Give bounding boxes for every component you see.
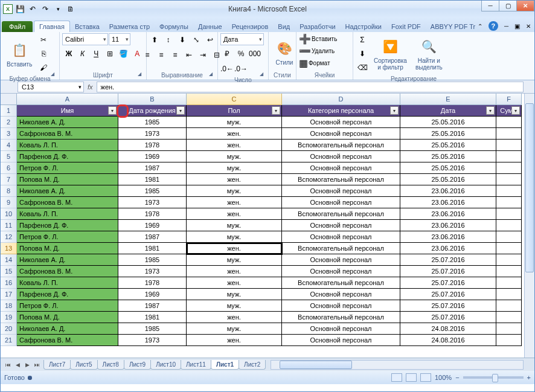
row-header[interactable]: 20 bbox=[1, 323, 17, 335]
cell[interactable]: Попова М. Д. bbox=[17, 243, 118, 254]
cell[interactable] bbox=[496, 312, 522, 323]
cell[interactable]: 1985 bbox=[118, 323, 187, 335]
cell[interactable]: Петров Ф. Л. bbox=[17, 162, 118, 174]
sheet-tab[interactable]: Лист2 bbox=[239, 360, 266, 370]
cell[interactable]: Основной персонал bbox=[282, 220, 400, 231]
tab-home[interactable]: Главная bbox=[34, 21, 70, 32]
minimize-button[interactable]: ─ bbox=[481, 1, 499, 11]
sheet-tab[interactable]: Лист7 bbox=[43, 360, 71, 370]
cell[interactable]: 1969 bbox=[118, 289, 187, 300]
cell[interactable]: 1987 bbox=[118, 162, 187, 174]
cell[interactable]: жен. bbox=[187, 140, 282, 151]
percent-icon[interactable]: % bbox=[234, 47, 248, 60]
page-layout-view-icon[interactable] bbox=[406, 373, 417, 382]
row-header[interactable]: 9 bbox=[1, 197, 17, 208]
cell[interactable]: Основной персонал bbox=[282, 323, 400, 335]
select-all-corner[interactable] bbox=[1, 94, 17, 105]
cell[interactable]: Парфенов Д. Ф. bbox=[17, 151, 118, 162]
cell[interactable]: Основной персонал bbox=[282, 128, 400, 140]
italic-icon[interactable]: К bbox=[76, 47, 89, 60]
tab-layout[interactable]: Разметка стр bbox=[104, 21, 155, 32]
row-header[interactable]: 8 bbox=[1, 185, 17, 197]
worksheet-grid[interactable]: ABCDEF 123456789101112131415161718192021… bbox=[1, 94, 534, 358]
align-top-icon[interactable]: ⬆ bbox=[148, 33, 161, 47]
tab-addins[interactable]: Надстройки bbox=[341, 21, 386, 32]
row-header[interactable]: 15 bbox=[1, 266, 17, 277]
cell[interactable]: 1973 bbox=[118, 266, 187, 277]
cell[interactable]: Вспомогательный персонал bbox=[282, 277, 400, 289]
tab-view[interactable]: Вид bbox=[273, 21, 295, 32]
dialog-launcher-icon[interactable]: ◢ bbox=[138, 71, 145, 79]
cell[interactable]: 25.07.2016 bbox=[400, 277, 496, 289]
filter-dropdown-icon[interactable]: ▾ bbox=[176, 106, 185, 115]
cell[interactable]: муж. bbox=[187, 254, 282, 266]
cell[interactable]: Вспомогательный персонал bbox=[282, 208, 400, 220]
cell[interactable]: Попова М. Д. bbox=[17, 174, 118, 185]
cell[interactable]: жен. bbox=[187, 128, 282, 140]
tab-foxit[interactable]: Foxit PDF bbox=[386, 21, 426, 32]
font-size-combo[interactable]: 11 bbox=[109, 33, 130, 45]
cell[interactable]: Основной персонал bbox=[282, 254, 400, 266]
cell[interactable]: Парфенов Д. Ф. bbox=[17, 289, 118, 300]
cell[interactable]: Коваль Л. П. bbox=[17, 208, 118, 220]
column-header-E[interactable]: E bbox=[400, 94, 496, 105]
cell[interactable]: муж. bbox=[187, 300, 282, 312]
cell[interactable]: жен. bbox=[187, 335, 282, 346]
page-break-view-icon[interactable] bbox=[420, 373, 431, 382]
cell[interactable]: Основной персонал bbox=[282, 335, 400, 346]
row-header[interactable]: 21 bbox=[1, 335, 17, 346]
column-header-D[interactable]: D bbox=[282, 94, 400, 105]
cell[interactable]: Петров Ф. Л. bbox=[17, 300, 118, 312]
row-header[interactable]: 6 bbox=[1, 162, 17, 174]
cell[interactable]: Сафронова В. М. bbox=[17, 128, 118, 140]
tab-last-icon[interactable]: ⏭ bbox=[32, 360, 42, 370]
cell[interactable] bbox=[496, 197, 522, 208]
cell[interactable]: 23.06.2016 bbox=[400, 220, 496, 231]
cell[interactable]: Николаев А. Д. bbox=[17, 254, 118, 266]
sheet-tab[interactable]: Лист10 bbox=[150, 360, 181, 370]
cell[interactable]: 1981 bbox=[118, 174, 187, 185]
row-header[interactable]: 10 bbox=[1, 208, 17, 220]
sheet-tab[interactable]: Лист1 bbox=[211, 360, 239, 370]
cell[interactable] bbox=[496, 335, 522, 346]
cell[interactable]: муж. bbox=[187, 231, 282, 243]
cell[interactable]: муж. bbox=[187, 151, 282, 162]
cell[interactable]: Петров Ф. Л. bbox=[17, 231, 118, 243]
cell[interactable]: 25.07.2016 bbox=[400, 289, 496, 300]
tab-first-icon[interactable]: ⏮ bbox=[3, 360, 13, 370]
cell[interactable]: 1978 bbox=[118, 277, 187, 289]
cell[interactable]: 25.07.2016 bbox=[400, 266, 496, 277]
row-header[interactable]: 4 bbox=[1, 140, 17, 151]
cell[interactable]: 1987 bbox=[118, 231, 187, 243]
cell[interactable]: 23.06.2016 bbox=[400, 208, 496, 220]
wrap-text-icon[interactable]: ↩ bbox=[203, 33, 217, 47]
doc-close-icon[interactable]: ✕ bbox=[526, 23, 531, 30]
cell[interactable]: Вспомогательный персонал bbox=[282, 243, 400, 254]
delete-cells-button[interactable]: ➖Удалить bbox=[299, 45, 350, 57]
cell[interactable]: 25.05.2016 bbox=[400, 162, 496, 174]
zoom-level[interactable]: 100% bbox=[435, 374, 452, 381]
cell[interactable] bbox=[496, 289, 522, 300]
tab-developer[interactable]: Разработчи bbox=[295, 21, 340, 32]
row-header[interactable]: 17 bbox=[1, 289, 17, 300]
currency-icon[interactable]: ₽ bbox=[220, 47, 234, 60]
autosum-icon[interactable]: Σ bbox=[356, 33, 369, 47]
cell[interactable] bbox=[496, 266, 522, 277]
decrease-decimal-icon[interactable]: .0→ bbox=[234, 62, 248, 76]
filter-dropdown-icon[interactable]: ▾ bbox=[272, 106, 280, 115]
indent-increase-icon[interactable]: ⇥ bbox=[196, 48, 210, 62]
cell[interactable]: жен. bbox=[187, 197, 282, 208]
save-icon[interactable]: 💾 bbox=[14, 4, 25, 14]
dialog-launcher-icon[interactable]: ◢ bbox=[209, 71, 216, 79]
cut-icon[interactable]: ✂ bbox=[37, 33, 50, 47]
cell[interactable]: 25.05.2016 bbox=[400, 140, 496, 151]
underline-icon[interactable]: Ч bbox=[89, 47, 103, 60]
column-header-C[interactable]: C bbox=[187, 94, 282, 105]
cell[interactable]: муж. bbox=[187, 117, 282, 128]
cell[interactable] bbox=[496, 162, 522, 174]
filter-dropdown-icon[interactable]: ▾ bbox=[390, 106, 399, 115]
filter-dropdown-icon[interactable]: ▾ bbox=[511, 106, 520, 115]
tab-review[interactable]: Рецензиров bbox=[227, 21, 274, 32]
cell[interactable]: муж. bbox=[187, 220, 282, 231]
cell[interactable]: 1969 bbox=[118, 151, 187, 162]
